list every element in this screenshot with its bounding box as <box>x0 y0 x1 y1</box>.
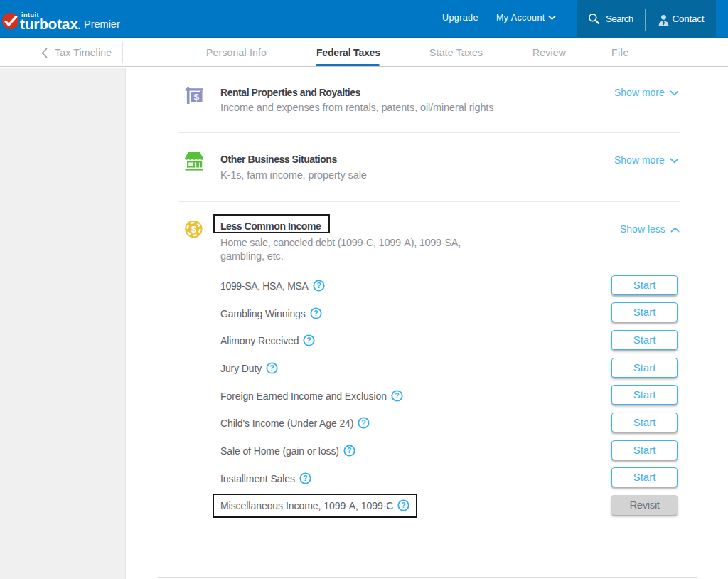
svg-text:?: ? <box>307 336 311 344</box>
svg-text:?: ? <box>395 391 399 400</box>
svg-text:$: $ <box>191 224 197 235</box>
svg-text:?: ? <box>402 501 406 510</box>
svg-text:?: ? <box>303 474 307 482</box>
svg-text:$: $ <box>194 92 200 102</box>
svg-text:?: ? <box>362 419 366 427</box>
svg-text:?: ? <box>316 281 321 290</box>
svg-text:?: ? <box>314 309 318 317</box>
svg-text:?: ? <box>347 446 351 455</box>
svg-text:?: ? <box>270 363 274 372</box>
